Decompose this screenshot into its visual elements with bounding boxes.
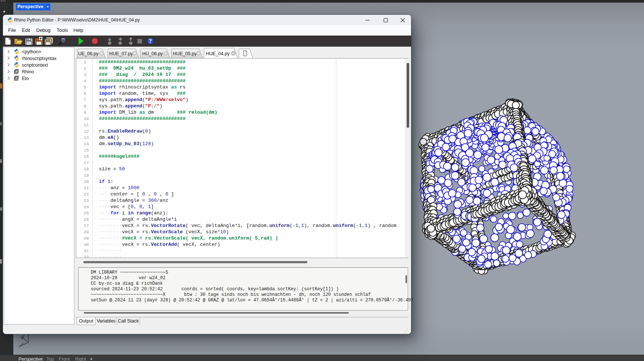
svg-text:Rhino: Rhino — [22, 69, 34, 74]
svg-text:HUE_07.py: HUE_07.py — [109, 51, 133, 56]
svg-text:HU_06.py: HU_06.py — [142, 51, 163, 56]
svg-text:rhinoscriptsyntax: rhinoscriptsyntax — [22, 56, 57, 61]
svg-text:scriptcontext: scriptcontext — [22, 63, 48, 68]
svg-text:HUE_05.py: HUE_05.py — [173, 51, 197, 56]
svg-text:UE_06.py: UE_06.py — [78, 51, 99, 56]
svg-text:HUE_04.py: HUE_04.py — [206, 51, 230, 56]
svg-text:<python>: <python> — [22, 49, 41, 54]
svg-text:Eto: Eto — [22, 76, 29, 81]
svg-text:y: y — [22, 334, 25, 338]
svg-text:?: ? — [149, 39, 152, 44]
